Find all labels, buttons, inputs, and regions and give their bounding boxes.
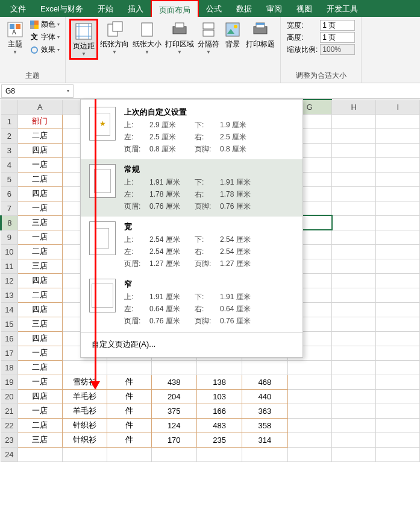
cell[interactable] bbox=[332, 302, 376, 317]
margins-button[interactable]: 页边距 ▼ bbox=[69, 19, 98, 60]
cell[interactable]: 二店 bbox=[17, 360, 62, 375]
cell[interactable] bbox=[62, 447, 107, 461]
cell[interactable] bbox=[17, 447, 62, 461]
cell[interactable]: 375 bbox=[151, 404, 196, 418]
cell[interactable]: 一店 bbox=[17, 201, 62, 215]
cell[interactable]: 124 bbox=[151, 418, 196, 433]
row-header[interactable]: 13 bbox=[1, 288, 18, 302]
cell[interactable]: 468 bbox=[242, 375, 287, 389]
cell[interactable] bbox=[332, 418, 376, 433]
cell[interactable]: 一店 bbox=[17, 230, 62, 244]
cell[interactable]: 四店 bbox=[17, 331, 62, 346]
col-header-A[interactable]: A bbox=[17, 100, 62, 114]
effects-button[interactable]: 效果▾ bbox=[28, 44, 61, 55]
cell[interactable] bbox=[332, 186, 376, 201]
cell[interactable] bbox=[332, 259, 376, 273]
cell[interactable]: 件 bbox=[107, 375, 151, 389]
row-header[interactable]: 11 bbox=[1, 259, 18, 273]
background-button[interactable]: 背景 bbox=[221, 19, 244, 51]
cell[interactable]: 件 bbox=[107, 404, 151, 418]
row-header[interactable]: 15 bbox=[1, 317, 18, 331]
row-header[interactable]: 14 bbox=[1, 302, 18, 317]
menu-开发工具[interactable]: 开发工具 bbox=[319, 0, 365, 17]
row-header[interactable]: 17 bbox=[1, 346, 18, 360]
cell[interactable]: 440 bbox=[242, 389, 287, 404]
cell[interactable]: 二店 bbox=[17, 244, 62, 259]
cell[interactable]: 羊毛衫 bbox=[62, 404, 107, 418]
cell[interactable] bbox=[376, 215, 420, 230]
row-header[interactable]: 23 bbox=[1, 433, 18, 447]
cell[interactable] bbox=[107, 447, 151, 461]
breaks-button[interactable]: 分隔符▼ bbox=[196, 19, 221, 56]
cell[interactable] bbox=[287, 433, 332, 447]
cell[interactable]: 138 bbox=[196, 375, 242, 389]
row-header[interactable]: 18 bbox=[1, 360, 18, 375]
cell[interactable] bbox=[332, 288, 376, 302]
cell[interactable]: 438 bbox=[151, 375, 196, 389]
cell[interactable] bbox=[332, 346, 376, 360]
cell[interactable] bbox=[332, 447, 376, 461]
margin-preset[interactable]: 常规 上:1.91 厘米下:1.91 厘米 左:1.78 厘米右:1.78 厘米… bbox=[81, 159, 302, 217]
row-header[interactable]: 4 bbox=[1, 157, 18, 172]
cell[interactable]: 一店 bbox=[17, 157, 62, 172]
cell[interactable]: 部门 bbox=[17, 114, 62, 128]
cell[interactable]: 二店 bbox=[17, 288, 62, 302]
row-header[interactable]: 1 bbox=[1, 114, 18, 128]
cell[interactable] bbox=[151, 360, 196, 375]
cell[interactable] bbox=[376, 259, 420, 273]
fonts-button[interactable]: 文字体▾ bbox=[28, 31, 61, 43]
row-header[interactable]: 2 bbox=[1, 128, 18, 143]
cell[interactable] bbox=[107, 360, 151, 375]
cell[interactable]: 四店 bbox=[17, 273, 62, 288]
cell[interactable] bbox=[376, 244, 420, 259]
cell[interactable] bbox=[376, 331, 420, 346]
cell[interactable] bbox=[332, 201, 376, 215]
row-header[interactable]: 16 bbox=[1, 331, 18, 346]
cell[interactable]: 针织衫 bbox=[62, 418, 107, 433]
print-area-button[interactable]: 打印区域▼ bbox=[163, 19, 196, 56]
cell[interactable]: 二店 bbox=[17, 172, 62, 186]
cell[interactable] bbox=[242, 360, 287, 375]
cell[interactable]: 358 bbox=[242, 418, 287, 433]
col-header-I[interactable]: I bbox=[376, 100, 420, 114]
cell[interactable] bbox=[376, 273, 420, 288]
cell[interactable] bbox=[332, 389, 376, 404]
cell[interactable] bbox=[376, 375, 420, 389]
cell[interactable]: 四店 bbox=[17, 302, 62, 317]
cell[interactable] bbox=[376, 346, 420, 360]
cell[interactable] bbox=[376, 230, 420, 244]
cell[interactable] bbox=[376, 201, 420, 215]
colors-button[interactable]: 颜色▾ bbox=[28, 19, 61, 30]
cell[interactable]: 一店 bbox=[17, 375, 62, 389]
cell[interactable] bbox=[332, 331, 376, 346]
menu-数据[interactable]: 数据 bbox=[229, 0, 259, 17]
cell[interactable] bbox=[332, 128, 376, 143]
cell[interactable] bbox=[376, 128, 420, 143]
cell[interactable] bbox=[151, 447, 196, 461]
cell[interactable]: 羊毛衫 bbox=[62, 389, 107, 404]
cell[interactable] bbox=[196, 447, 242, 461]
row-header[interactable]: 12 bbox=[1, 273, 18, 288]
cell[interactable]: 一店 bbox=[17, 404, 62, 418]
cell[interactable]: 二店 bbox=[17, 128, 62, 143]
cell[interactable]: 三店 bbox=[17, 215, 62, 230]
menu-开始[interactable]: 开始 bbox=[90, 0, 121, 17]
cell[interactable] bbox=[287, 389, 332, 404]
menu-审阅[interactable]: 审阅 bbox=[259, 0, 289, 17]
cell[interactable] bbox=[332, 360, 376, 375]
cell[interactable] bbox=[376, 433, 420, 447]
cell[interactable] bbox=[332, 375, 376, 389]
row-header[interactable]: 10 bbox=[1, 244, 18, 259]
size-button[interactable]: 纸张大小▼ bbox=[131, 19, 163, 56]
scale-input[interactable] bbox=[320, 44, 355, 55]
cell[interactable]: 针织衫 bbox=[62, 433, 107, 447]
cell[interactable] bbox=[376, 404, 420, 418]
cell[interactable]: 四店 bbox=[17, 143, 62, 157]
row-header[interactable]: 9 bbox=[1, 230, 18, 244]
cell[interactable] bbox=[376, 317, 420, 331]
cell[interactable]: 三店 bbox=[17, 433, 62, 447]
cell[interactable] bbox=[376, 389, 420, 404]
cell[interactable] bbox=[376, 114, 420, 128]
cell[interactable] bbox=[287, 375, 332, 389]
print-titles-button[interactable]: 打印标题 bbox=[244, 19, 277, 51]
